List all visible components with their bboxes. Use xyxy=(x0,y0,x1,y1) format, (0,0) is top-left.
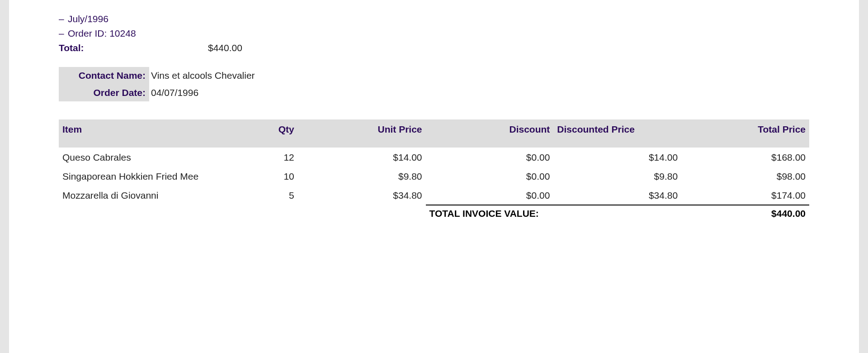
cell-discounted-price: $34.80 xyxy=(553,186,681,205)
header-qty: Qty xyxy=(209,119,298,148)
summary-total-value: $440.00 xyxy=(208,43,242,53)
table-row: Singaporean Hokkien Fried Mee 10 $9.80 $… xyxy=(59,167,809,186)
cell-qty: 5 xyxy=(209,186,298,205)
table-header-row: Item Qty Unit Price Discount Discounted … xyxy=(59,119,809,148)
order-link[interactable]: Order ID: 10248 xyxy=(68,28,136,39)
header-total-price: Total Price xyxy=(681,119,809,148)
contact-row: Contact Name: Vins et alcools Chevalier xyxy=(59,67,809,84)
cell-unit-price: $34.80 xyxy=(298,186,426,205)
header-discount: Discount xyxy=(426,119,554,148)
order-info-block: Contact Name: Vins et alcools Chevalier … xyxy=(59,67,809,101)
cell-total-price: $174.00 xyxy=(681,186,809,205)
total-invoice-row: TOTAL INVOICE VALUE: $440.00 xyxy=(59,205,809,223)
contact-name-label: Contact Name: xyxy=(59,67,149,84)
month-link[interactable]: July/1996 xyxy=(68,14,108,24)
cell-qty: 10 xyxy=(209,167,298,186)
cell-item: Queso Cabrales xyxy=(59,148,209,167)
header-discounted-price: Discounted Price xyxy=(553,119,681,148)
cell-unit-price: $14.00 xyxy=(298,148,426,167)
header-item: Item xyxy=(59,119,209,148)
line-items-table: Item Qty Unit Price Discount Discounted … xyxy=(59,119,809,223)
invoice-page: – July/1996 – Order ID: 10248 Total: $44… xyxy=(9,0,859,353)
order-date-row: Order Date: 04/07/1996 xyxy=(59,84,809,101)
tree-node-month[interactable]: – July/1996 xyxy=(59,14,809,24)
table-row: Queso Cabrales 12 $14.00 $0.00 $14.00 $1… xyxy=(59,148,809,167)
summary-total-label: Total: xyxy=(59,43,208,53)
cell-total-price: $98.00 xyxy=(681,167,809,186)
contact-name-value: Vins et alcools Chevalier xyxy=(149,67,255,84)
order-date-label: Order Date: xyxy=(59,84,149,101)
order-date-value: 04/07/1996 xyxy=(149,84,198,101)
cell-total-price: $168.00 xyxy=(681,148,809,167)
cell-item: Mozzarella di Giovanni xyxy=(59,186,209,205)
cell-item: Singaporean Hokkien Fried Mee xyxy=(59,167,209,186)
total-invoice-label: TOTAL INVOICE VALUE: xyxy=(426,205,682,223)
cell-qty: 12 xyxy=(209,148,298,167)
summary-total-row: Total: $440.00 xyxy=(59,43,809,53)
tree-node-order[interactable]: – Order ID: 10248 xyxy=(59,28,809,39)
collapse-icon[interactable]: – xyxy=(59,28,68,39)
cell-unit-price: $9.80 xyxy=(298,167,426,186)
cell-discount: $0.00 xyxy=(426,186,554,205)
collapse-icon[interactable]: – xyxy=(59,14,68,24)
header-unit-price: Unit Price xyxy=(298,119,426,148)
cell-discounted-price: $9.80 xyxy=(553,167,681,186)
cell-discount: $0.00 xyxy=(426,167,554,186)
table-row: Mozzarella di Giovanni 5 $34.80 $0.00 $3… xyxy=(59,186,809,205)
total-invoice-value: $440.00 xyxy=(681,205,809,223)
cell-discount: $0.00 xyxy=(426,148,554,167)
cell-discounted-price: $14.00 xyxy=(553,148,681,167)
